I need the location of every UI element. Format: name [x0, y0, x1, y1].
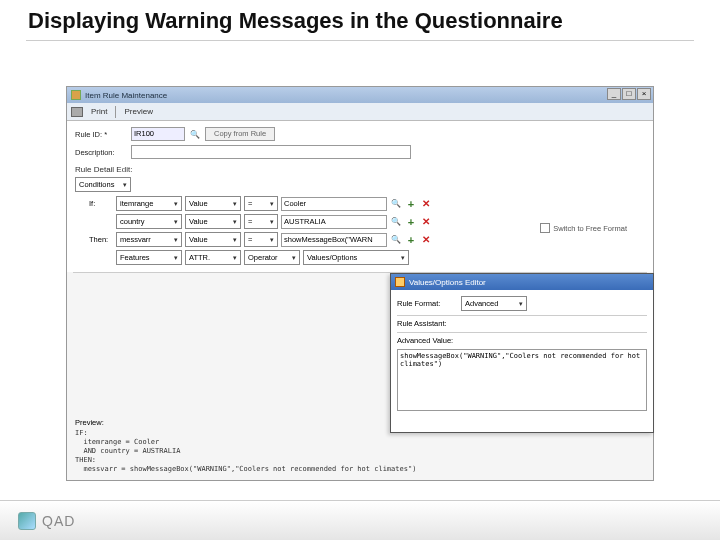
separator — [115, 106, 116, 118]
toolbar: Print Preview — [67, 103, 653, 121]
free-format-toggle[interactable]: Switch to Free Format — [540, 223, 627, 233]
condition-row: If: itemrange Value = Cooler 🔍 + ✕ — [89, 196, 645, 211]
lookup-icon[interactable]: 🔍 — [390, 198, 402, 210]
maximize-button[interactable]: □ — [622, 88, 636, 100]
row-label: Then: — [89, 235, 113, 244]
print-button[interactable]: Print — [91, 107, 107, 116]
brand-text: QAD — [42, 513, 75, 529]
app-icon — [71, 90, 81, 100]
field-select[interactable]: country — [116, 214, 182, 229]
type-select[interactable]: ATTR. — [185, 250, 241, 265]
op-select[interactable]: = — [244, 214, 278, 229]
op-select-label: = — [248, 235, 252, 244]
window-title: Item Rule Maintenance — [85, 91, 167, 100]
op-select-label: = — [248, 217, 252, 226]
delete-icon[interactable]: ✕ — [420, 234, 432, 245]
minimize-button[interactable]: _ — [607, 88, 621, 100]
value-select-label: Values/Options — [307, 253, 357, 262]
field-select-label: messvarr — [120, 235, 151, 244]
type-select-label: Value — [189, 217, 208, 226]
rule-format-select[interactable]: Advanced — [461, 296, 527, 311]
type-select-label: Value — [189, 235, 208, 244]
add-icon[interactable]: + — [405, 234, 417, 246]
type-select[interactable]: Value — [185, 196, 241, 211]
value-input[interactable]: showMessageBox("WARN — [281, 233, 387, 247]
add-icon[interactable]: + — [405, 216, 417, 228]
copy-from-rule-button[interactable]: Copy from Rule — [205, 127, 275, 141]
op-select[interactable]: = — [244, 232, 278, 247]
popup-titlebar: Values/Options Editor — [391, 274, 653, 290]
add-icon[interactable]: + — [405, 198, 417, 210]
description-input[interactable] — [131, 145, 411, 159]
checkbox-icon[interactable] — [540, 223, 550, 233]
qad-logo-icon — [18, 512, 36, 530]
free-format-label: Switch to Free Format — [553, 224, 627, 233]
rule-format-value: Advanced — [465, 299, 498, 308]
slide-footer: QAD — [0, 500, 720, 540]
value-select[interactable]: Values/Options — [303, 250, 409, 265]
delete-icon[interactable]: ✕ — [420, 216, 432, 227]
ruleid-label: Rule ID: * — [75, 130, 127, 139]
section-label: Rule Detail Edit: — [75, 165, 645, 174]
condition-row: Then: messvarr Value = showMessageBox("W… — [89, 232, 645, 247]
divider — [26, 40, 694, 41]
lookup-icon[interactable]: 🔍 — [189, 128, 201, 140]
popup-icon — [395, 277, 405, 287]
conditions-dropdown[interactable]: Conditions — [75, 177, 131, 192]
field-select[interactable]: messvarr — [116, 232, 182, 247]
field-select[interactable]: itemrange — [116, 196, 182, 211]
delete-icon[interactable]: ✕ — [420, 198, 432, 209]
op-select-label: Operator — [248, 253, 278, 262]
titlebar: Item Rule Maintenance _ □ × — [67, 87, 653, 103]
op-select[interactable]: Operator — [244, 250, 300, 265]
type-select[interactable]: Value — [185, 232, 241, 247]
field-select-label: itemrange — [120, 199, 153, 208]
lookup-icon[interactable]: 🔍 — [390, 216, 402, 228]
type-select[interactable]: Value — [185, 214, 241, 229]
preview-label: Preview: — [75, 418, 375, 427]
condition-row: Features ATTR. Operator Values/Options — [89, 250, 645, 265]
preview-button[interactable]: Preview — [124, 107, 152, 116]
type-select-label: Value — [189, 199, 208, 208]
values-options-editor: Values/Options Editor Rule Format: Advan… — [390, 273, 654, 433]
rule-assistant-label: Rule Assistant: — [397, 319, 447, 328]
printer-icon[interactable] — [71, 107, 83, 117]
advanced-value-label: Advanced Value: — [397, 336, 453, 345]
ruleid-input[interactable]: IR100 — [131, 127, 185, 141]
description-label: Description: — [75, 148, 127, 157]
divider — [397, 332, 647, 333]
app-window: Item Rule Maintenance _ □ × Print Previe… — [66, 86, 654, 481]
field-select-label: Features — [120, 253, 150, 262]
lookup-icon[interactable]: 🔍 — [390, 234, 402, 246]
conditions-dropdown-label: Conditions — [79, 180, 114, 189]
value-input[interactable]: Cooler — [281, 197, 387, 211]
preview-pane: Preview: IF: itemrange = Cooler AND coun… — [75, 418, 375, 474]
row-label: If: — [89, 199, 113, 208]
op-select-label: = — [248, 199, 252, 208]
popup-title: Values/Options Editor — [409, 278, 486, 287]
divider — [397, 315, 647, 316]
value-input[interactable]: AUSTRALIA — [281, 215, 387, 229]
type-select-label: ATTR. — [189, 253, 210, 262]
form-area: Rule ID: * IR100 🔍 Copy from Rule Descri… — [67, 121, 653, 272]
field-select-label: country — [120, 217, 145, 226]
op-select[interactable]: = — [244, 196, 278, 211]
slide-title: Displaying Warning Messages in the Quest… — [0, 0, 720, 40]
rule-format-label: Rule Format: — [397, 299, 457, 308]
advanced-value-textarea[interactable]: showMessageBox("WARNING","Coolers not re… — [397, 349, 647, 411]
preview-body: IF: itemrange = Cooler AND country = AUS… — [75, 429, 375, 474]
field-select[interactable]: Features — [116, 250, 182, 265]
close-button[interactable]: × — [637, 88, 651, 100]
